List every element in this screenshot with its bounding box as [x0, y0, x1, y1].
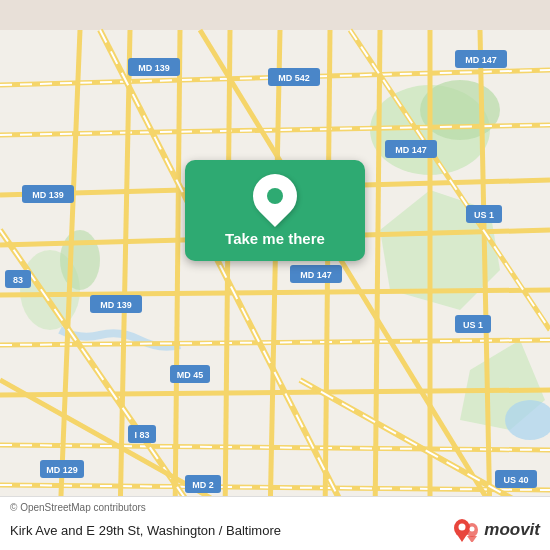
map-container: MD 139 MD 139 MD 139 MD 542 MD 147 MD 14… [0, 0, 550, 550]
map-background: MD 139 MD 139 MD 139 MD 542 MD 147 MD 14… [0, 0, 550, 550]
pin-area [185, 160, 365, 226]
svg-point-72 [459, 524, 466, 531]
pin-inner-dot [267, 188, 283, 204]
take-me-there-button-label: Take me there [225, 226, 325, 261]
svg-text:MD 139: MD 139 [32, 190, 64, 200]
svg-point-75 [470, 527, 475, 532]
svg-text:I 83: I 83 [134, 430, 149, 440]
svg-text:MD 147: MD 147 [465, 55, 497, 65]
svg-text:US 1: US 1 [463, 320, 483, 330]
svg-text:MD 139: MD 139 [138, 63, 170, 73]
svg-text:MD 45: MD 45 [177, 370, 204, 380]
svg-text:US 1: US 1 [474, 210, 494, 220]
attribution-text: © OpenStreetMap contributors [10, 502, 146, 513]
svg-text:MD 2: MD 2 [192, 480, 214, 490]
moovit-brand-name: moovit [484, 520, 540, 540]
svg-text:MD 139: MD 139 [100, 300, 132, 310]
location-pin-icon [244, 165, 306, 227]
svg-text:83: 83 [13, 275, 23, 285]
svg-text:US 40: US 40 [503, 475, 528, 485]
moovit-brand-pin-icon [452, 518, 480, 542]
svg-text:MD 129: MD 129 [46, 465, 78, 475]
location-label: Kirk Ave and E 29th St, Washington / Bal… [10, 523, 281, 538]
take-me-there-card[interactable]: Take me there [185, 160, 365, 261]
svg-text:MD 542: MD 542 [278, 73, 310, 83]
location-brand-row: Kirk Ave and E 29th St, Washington / Bal… [0, 516, 550, 550]
svg-text:MD 147: MD 147 [395, 145, 427, 155]
svg-text:MD 147: MD 147 [300, 270, 332, 280]
svg-point-5 [60, 230, 100, 290]
bottom-info-bar: © OpenStreetMap contributors Kirk Ave an… [0, 496, 550, 550]
svg-marker-76 [467, 536, 477, 542]
svg-marker-73 [456, 533, 468, 542]
attribution-row: © OpenStreetMap contributors [0, 497, 550, 516]
moovit-brand: moovit [452, 518, 540, 542]
